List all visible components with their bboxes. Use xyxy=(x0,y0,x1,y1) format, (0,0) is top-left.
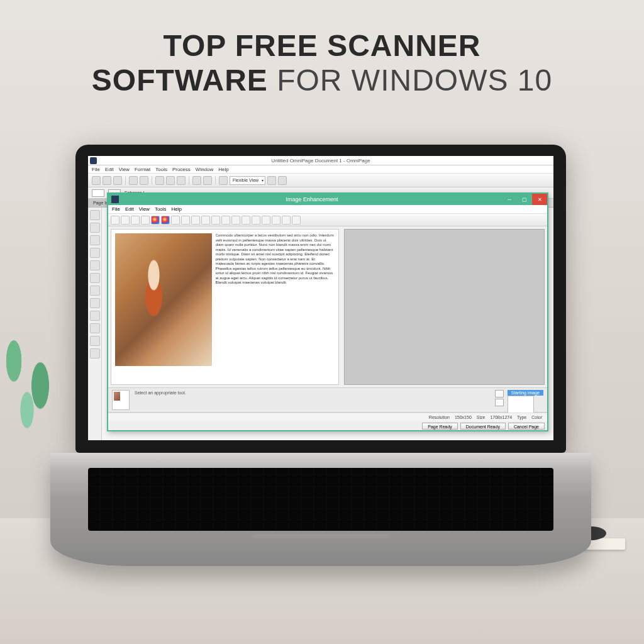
tool-fill-icon[interactable] xyxy=(242,216,250,225)
tool-despeckle-icon[interactable] xyxy=(211,216,220,225)
page-ready-button[interactable]: Page Ready xyxy=(422,423,458,430)
toolbar-save-button[interactable] xyxy=(113,176,122,185)
tool-rotate-right-icon[interactable] xyxy=(181,216,190,225)
dialog-title: Image Enhancement xyxy=(122,196,502,203)
history-thumbnail[interactable] xyxy=(112,390,130,410)
menu-help[interactable]: Help xyxy=(218,167,228,172)
dialog-menu-edit[interactable]: Edit xyxy=(125,206,134,212)
toolbar-help-button[interactable] xyxy=(278,176,287,185)
tool-zoom-icon[interactable] xyxy=(121,216,130,225)
tool-settings-icon[interactable] xyxy=(292,216,301,225)
toolbar-cut-button[interactable] xyxy=(155,176,164,185)
view-mode-dropdown[interactable]: Flexible View xyxy=(230,176,265,185)
dialog-menu-tools[interactable]: Tools xyxy=(155,206,167,212)
preview-photo xyxy=(115,233,212,366)
history-right-group: Starting image xyxy=(495,390,543,416)
menu-file[interactable]: File xyxy=(92,167,100,172)
menu-tools[interactable]: Tools xyxy=(155,167,167,172)
vtool-button[interactable] xyxy=(90,260,100,270)
toolbar-copy-button[interactable] xyxy=(166,176,175,185)
tool-pointer-icon[interactable] xyxy=(111,216,119,225)
main-toolbar: Flexible View xyxy=(88,174,553,187)
toolbar-undo-button[interactable] xyxy=(192,176,201,185)
hero-title: TOP FREE SCANNER SOFTWARE FOR WINDOWS 10 xyxy=(0,0,644,97)
image-enhancement-dialog: Image Enhancement ─ ▢ ✕ File Edit View T… xyxy=(107,192,548,431)
vtool-button[interactable] xyxy=(90,286,100,296)
vtool-button[interactable] xyxy=(90,323,100,333)
vtool-button[interactable] xyxy=(90,336,100,346)
status-type-value: Color xyxy=(531,415,542,419)
tool-color-icon[interactable] xyxy=(151,216,160,225)
document-ready-button[interactable]: Document Ready xyxy=(460,423,506,430)
dialog-menu-view[interactable]: View xyxy=(139,206,150,212)
tool-auto-crop-icon[interactable] xyxy=(282,216,291,225)
maximize-button[interactable]: ▢ xyxy=(517,194,532,205)
dialog-menu-file[interactable]: File xyxy=(112,206,120,212)
dialog-toolbar xyxy=(108,214,547,226)
status-resolution-label: Resolution xyxy=(429,415,450,419)
cancel-page-button[interactable]: Cancel Page xyxy=(508,423,545,430)
laptop-base xyxy=(50,453,591,566)
app-icon xyxy=(90,157,97,164)
main-titlebar: Untitled OmniPage Document 1 - OmniPage xyxy=(88,156,553,165)
preview-pane[interactable]: Commodo ullamcorper a lacus vestibulum s… xyxy=(111,229,339,385)
laptop-hinge-notch xyxy=(252,535,390,538)
plant-decoration xyxy=(0,296,75,459)
toolbar-paste-button[interactable] xyxy=(177,176,186,185)
hero-line2-rest: FOR WINDOWS 10 xyxy=(268,64,552,97)
main-menubar: File Edit View Format Tools Process Wind… xyxy=(88,165,553,174)
tool-deskew-icon[interactable] xyxy=(191,216,200,225)
tool-flip-icon[interactable] xyxy=(201,216,210,225)
vertical-toolbar xyxy=(88,208,102,440)
menu-process[interactable]: Process xyxy=(172,167,191,172)
vtool-button[interactable] xyxy=(90,223,100,233)
preview-text: Commodo ullamcorper a lacus vestibulum s… xyxy=(216,233,335,380)
tool-3d-deskew-icon[interactable] xyxy=(272,216,280,225)
vtool-button[interactable] xyxy=(90,248,100,258)
close-button[interactable]: ✕ xyxy=(532,194,547,205)
toolbar-settings-button[interactable] xyxy=(267,176,276,185)
tool-crop-icon[interactable] xyxy=(141,216,150,225)
main-window-title: Untitled OmniPage Document 1 - OmniPage xyxy=(271,158,370,164)
menu-window[interactable]: Window xyxy=(196,167,213,172)
history-prev-button[interactable] xyxy=(495,390,504,397)
vtool-button[interactable] xyxy=(90,348,100,358)
tool-clean-icon[interactable] xyxy=(221,216,230,225)
starting-image-badge: Starting image xyxy=(508,390,543,396)
tool-rotate-left-icon[interactable] xyxy=(171,216,180,225)
vtool-button[interactable] xyxy=(90,235,100,245)
tool-erase-icon[interactable] xyxy=(231,216,240,225)
tool-brightness-icon[interactable] xyxy=(161,216,170,225)
history-next-button[interactable] xyxy=(495,399,504,406)
toolbar-email-button[interactable] xyxy=(140,176,148,185)
laptop-keyboard xyxy=(88,468,553,531)
laptop-mockup: Untitled OmniPage Document 1 - OmniPage … xyxy=(75,145,566,478)
window-buttons: ─ ▢ ✕ xyxy=(502,194,547,205)
dialog-titlebar[interactable]: Image Enhancement ─ ▢ ✕ xyxy=(108,194,547,205)
toolbar-zoom-button[interactable] xyxy=(219,176,228,185)
dialog-button-row: Page Ready Document Ready Cancel Page xyxy=(108,421,547,430)
menu-edit[interactable]: Edit xyxy=(105,167,114,172)
vtool-button[interactable] xyxy=(90,210,100,220)
toolbar-print-button[interactable] xyxy=(129,176,138,185)
workflow-step-button[interactable] xyxy=(92,189,104,197)
tool-resolution-icon[interactable] xyxy=(262,216,270,225)
menu-format[interactable]: Format xyxy=(135,167,150,172)
tool-zoom-out-icon[interactable] xyxy=(131,216,140,225)
dialog-app-icon xyxy=(111,196,119,203)
toolbar-redo-button[interactable] xyxy=(203,176,212,185)
dialog-body: Commodo ullamcorper a lacus vestibulum s… xyxy=(108,226,547,387)
tool-contrast-icon[interactable] xyxy=(252,216,260,225)
history-nav-buttons xyxy=(495,390,504,406)
minimize-button[interactable]: ─ xyxy=(502,194,517,205)
vtool-button[interactable] xyxy=(90,298,100,308)
laptop-bezel: Untitled OmniPage Document 1 - OmniPage … xyxy=(75,145,566,453)
menu-view[interactable]: View xyxy=(119,167,130,172)
toolbar-new-button[interactable] xyxy=(92,176,101,185)
vtool-button[interactable] xyxy=(90,311,100,321)
toolbar-separator xyxy=(215,176,216,185)
dialog-menu-help[interactable]: Help xyxy=(172,206,182,212)
history-hint: Select an appropriate tool. xyxy=(135,390,490,395)
vtool-button[interactable] xyxy=(90,273,100,283)
toolbar-open-button[interactable] xyxy=(103,176,111,185)
